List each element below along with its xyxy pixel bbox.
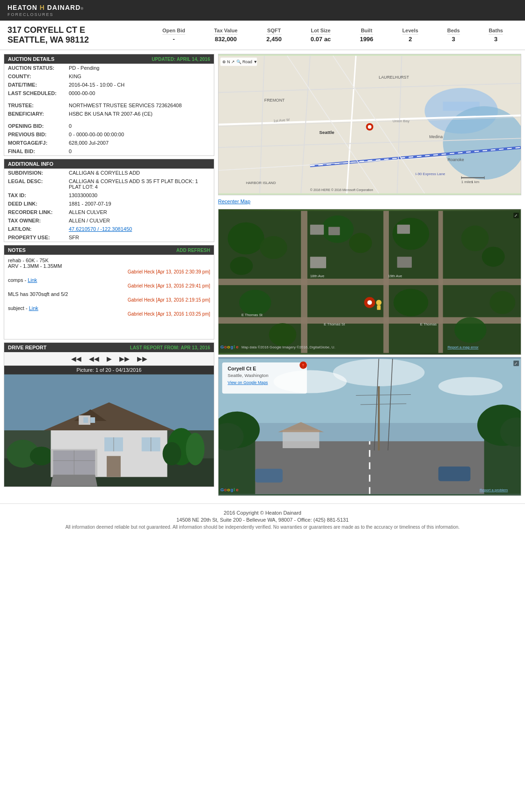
recenter-map-link[interactable]: Recenter Map [218,197,521,206]
table-row: RECORDER LINK: ALLEN CULVER [4,208,214,216]
additional-info-table: SUBDIVISION: CALLIGAN & CORYELLS ADD LEG… [4,169,214,242]
table-row: TAX ID: 1303300030 [4,191,214,199]
svg-text:E Thomas St: E Thomas St [241,313,263,317]
logo-subtitle: FORECLOSURES [7,12,84,17]
svg-text:e: e [236,344,239,349]
svg-point-42 [368,125,372,129]
logo-text: HEATON H DAINARD® [7,4,84,11]
table-row: PREVIOUS BID: 0 - 0000-00-00 00:00:00 [4,130,214,139]
street-view-section: 📍 Coryell Ct E Seattle, Washington View … [218,357,521,496]
svg-point-70 [349,233,372,253]
auction-details-section: AUCTION DETAILS UPDATED: APRIL 14, 2016 … [4,54,214,156]
svg-text:Seattle, Washington: Seattle, Washington [228,373,269,378]
footer-address: 14508 NE 20th St, Suite 200 - Bellevue W… [7,517,518,523]
street-view[interactable]: 📍 Coryell Ct E Seattle, Washington View … [219,357,521,495]
table-row: TAX OWNER: ALLEN / CULVER [4,216,214,225]
table-row: COUNTY: KING [4,72,214,81]
svg-rect-82 [397,225,410,234]
note-entry-3: MLS has 3070sqft and 5/2 Gabriel Heck [A… [8,291,210,303]
svg-text:G: G [220,344,224,349]
stat-open-bid: Open Bid - [162,28,185,43]
svg-text:1 km: 1 km [471,180,479,184]
auction-details-title: AUCTION DETAILS [8,56,54,62]
svg-text:Roanoke: Roanoke [447,157,464,162]
svg-text:⊕ N ↗ 🔍 Road ▼: ⊕ N ↗ 🔍 Road ▼ [222,59,257,65]
svg-rect-65 [438,211,443,353]
svg-rect-124 [438,466,471,481]
drive-controls: ◀◀ ◀◀ ▶ ▶▶ ▶▶ [4,352,214,366]
additional-info-section: ADDITIONAL INFO SUBDIVISION: CALLIGAN & … [4,159,214,242]
svg-point-78 [489,291,515,314]
stat-built: Built 1996 [360,28,373,43]
svg-text:© 2016 HERE  © 2016 Microsoft : © 2016 HERE © 2016 Microsoft Corporation [310,188,373,192]
svg-point-73 [482,247,505,267]
comps-link[interactable]: Link [28,277,37,283]
svg-point-71 [393,218,429,250]
svg-text:g: g [230,344,233,349]
subject-link[interactable]: Link [29,305,38,311]
main-content: AUCTION DETAILS UPDATED: APRIL 14, 2016 … [0,50,525,500]
lat-lon-link[interactable]: 47.6210570 / -122.3081450 [69,226,132,232]
notes-body[interactable]: rehab - 60K - 75KARV - 1.3MM - 1.35MM Ga… [4,255,214,339]
svg-text:Medina: Medina [429,134,443,139]
svg-text:⤢: ⤢ [514,362,518,366]
table-row: LEGAL DESC: CALLIGAN & CORYELLS ADD S 35… [4,177,214,191]
svg-text:E Thomas St: E Thomas St [324,322,345,326]
property-stats: Open Bid - Tax Value 832,000 SQFT 2,450 … [148,28,518,43]
drive-report-header: DRIVE REPORT LAST REPORT FROM: APR 13, 2… [4,343,214,352]
svg-rect-79 [310,225,324,235]
address-line1: 317 CORYELL CT E [7,25,148,35]
drive-photo-label: Picture: 1 of 20 - 04/13/2016 [4,366,214,374]
svg-rect-80 [328,227,340,236]
svg-point-74 [239,290,271,316]
add-refresh-button[interactable]: ADD REFRESH [176,248,210,253]
additional-info-title: ADDITIONAL INFO [8,161,53,167]
left-panel: AUCTION DETAILS UPDATED: APRIL 14, 2016 … [4,54,214,496]
logo: HEATON H DAINARD® FORECLOSURES [7,4,84,17]
aerial-map[interactable]: 18th Ave 19th Ave E Thomas St E Thomas S… [219,209,521,354]
svg-text:Report a map error: Report a map error [447,345,479,349]
svg-rect-81 [310,257,326,268]
svg-point-77 [454,317,487,343]
bing-map-section: LAURELHURST FREMONT Seattle Medina I-90 … [218,54,521,195]
svg-point-85 [367,300,372,305]
drive-prev-button[interactable]: ◀◀ [87,354,101,363]
drive-first-button[interactable]: ◀◀ [69,354,83,363]
svg-rect-121 [283,430,319,448]
drive-next-button[interactable]: ▶▶ [117,354,131,363]
table-row: DATE/TIME: 2016-04-15 - 10:00 - CH [4,81,214,89]
svg-text:G: G [220,487,224,492]
svg-text:Coryell Ct E: Coryell Ct E [228,366,256,371]
property-header: 317 CORYELL CT E SEATTLE, WA 98112 Open … [0,21,525,50]
svg-text:Union Bay: Union Bay [393,119,409,123]
svg-text:Report a problem: Report a problem [480,488,508,492]
drive-report-title: DRIVE REPORT [8,345,47,350]
last-report-label[interactable]: LAST REPORT FROM: APR 13, 2016 [130,345,210,350]
note-entry-2: comps - Link Gabriel Heck [Apr 13, 2016 … [8,277,210,288]
aerial-map-section: 18th Ave 19th Ave E Thomas St E Thomas S… [218,209,521,355]
svg-rect-83 [397,257,412,267]
svg-text:o: o [224,487,227,492]
svg-point-72 [461,226,489,251]
drive-play-button[interactable]: ▶ [105,354,114,363]
svg-point-66 [228,222,264,255]
table-row: SUBDIVISION: CALLIGAN & CORYELLS ADD [4,169,214,177]
table-row: BENEFICIARY: HSBC BK USA NA TR 2007-A6 (… [4,110,214,118]
property-address: 317 CORYELL CT E SEATTLE, WA 98112 [7,25,148,45]
auction-details-header: AUCTION DETAILS UPDATED: APRIL 14, 2016 [4,54,214,64]
table-row: PROPERTY USE: SFR [4,233,214,242]
bing-map[interactable]: LAURELHURST FREMONT Seattle Medina I-90 … [219,54,521,195]
table-row: DEED LINK: 1881 - 2007-07-19 [4,199,214,208]
svg-text:g: g [230,487,233,492]
stat-levels: Levels 2 [402,28,418,43]
svg-text:E Thomas: E Thomas [420,322,437,326]
stat-lot-size: Lot Size 0.07 ac [311,28,331,43]
table-row: AUCTION STATUS: PD - Pending [4,64,214,72]
svg-rect-10 [90,417,95,423]
svg-point-4 [30,447,53,465]
table-row: TRUSTEE: NORTHWEST TRUSTEE SERVICES 7236… [4,101,214,110]
svg-rect-52 [461,177,484,178]
table-row: LAST SCHEDULED: 0000-00-00 [4,89,214,97]
svg-point-68 [230,257,253,275]
drive-last-button[interactable]: ▶▶ [135,354,149,363]
